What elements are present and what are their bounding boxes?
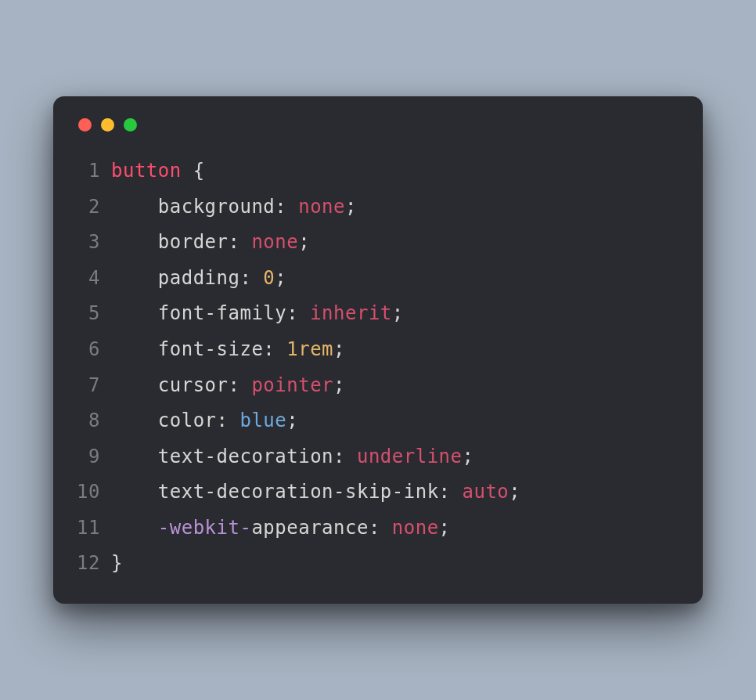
code-line: 8 color: blue; bbox=[75, 403, 681, 439]
css-property: appearance bbox=[251, 517, 369, 539]
css-value: blue bbox=[239, 410, 286, 431]
code-content: text-decoration-skip-ink: auto; bbox=[111, 474, 681, 511]
css-value: none bbox=[392, 517, 439, 539]
zoom-icon[interactable] bbox=[124, 118, 137, 132]
close-icon[interactable] bbox=[78, 118, 92, 132]
line-number: 7 bbox=[75, 368, 111, 404]
brace-close: } bbox=[111, 552, 123, 574]
css-value: inherit bbox=[310, 302, 392, 324]
css-value: none bbox=[251, 231, 298, 253]
css-value: none bbox=[298, 196, 345, 218]
css-property: font-size bbox=[158, 338, 264, 360]
code-content: -webkit-appearance: none; bbox=[111, 511, 681, 547]
code-content: text-decoration: underline; bbox=[111, 439, 681, 475]
code-content: border: none; bbox=[111, 225, 681, 261]
code-line: 6 font-size: 1rem; bbox=[75, 332, 681, 368]
code-line: 1 button { bbox=[75, 153, 681, 189]
code-content: font-size: 1rem; bbox=[111, 332, 681, 368]
line-number: 10 bbox=[75, 474, 111, 511]
code-line: 7 cursor: pointer; bbox=[75, 368, 681, 404]
code-line: 2 background: none; bbox=[75, 189, 681, 226]
css-property: font-family bbox=[158, 302, 286, 324]
code-window: 1 button { 2 background: none; 3 border:… bbox=[53, 96, 703, 604]
css-value: pointer bbox=[251, 374, 333, 396]
code-content: padding: 0; bbox=[111, 261, 681, 297]
code-line: 12 } bbox=[75, 546, 681, 582]
line-number: 1 bbox=[75, 153, 111, 189]
window-controls bbox=[75, 115, 681, 153]
code-editor[interactable]: 1 button { 2 background: none; 3 border:… bbox=[75, 153, 681, 582]
code-content: color: blue; bbox=[111, 403, 681, 439]
line-number: 2 bbox=[75, 189, 111, 226]
line-number: 5 bbox=[75, 296, 111, 332]
line-number: 11 bbox=[75, 511, 111, 547]
line-number: 9 bbox=[75, 439, 111, 475]
code-content: cursor: pointer; bbox=[111, 368, 681, 404]
css-value: underline bbox=[357, 446, 463, 467]
line-number: 4 bbox=[75, 261, 111, 297]
css-property: padding bbox=[158, 267, 240, 289]
code-line: 5 font-family: inherit; bbox=[75, 296, 681, 332]
brace-open: { bbox=[193, 160, 205, 182]
css-property: border bbox=[158, 231, 229, 253]
code-line: 11 -webkit-appearance: none; bbox=[75, 511, 681, 547]
code-content: background: none; bbox=[111, 189, 681, 226]
code-line: 10 text-decoration-skip-ink: auto; bbox=[75, 474, 681, 511]
code-content: button { bbox=[111, 153, 681, 189]
line-number: 8 bbox=[75, 403, 111, 439]
code-content: font-family: inherit; bbox=[111, 296, 681, 332]
code-content: } bbox=[111, 546, 681, 582]
css-value: auto bbox=[462, 481, 509, 503]
css-selector: button bbox=[111, 160, 182, 182]
minimize-icon[interactable] bbox=[101, 118, 114, 132]
line-number: 6 bbox=[75, 332, 111, 368]
css-vendor-prefix: -webkit- bbox=[158, 517, 252, 539]
css-property: cursor bbox=[158, 374, 229, 396]
line-number: 3 bbox=[75, 225, 111, 261]
css-property: text-decoration-skip-ink bbox=[158, 481, 439, 503]
code-line: 9 text-decoration: underline; bbox=[75, 439, 681, 475]
css-property: background bbox=[158, 196, 275, 218]
css-property: color bbox=[158, 410, 217, 431]
css-property: text-decoration bbox=[158, 446, 333, 467]
css-value: 0 bbox=[263, 267, 275, 289]
css-value: 1rem bbox=[286, 338, 333, 360]
line-number: 12 bbox=[75, 546, 111, 582]
code-line: 4 padding: 0; bbox=[75, 261, 681, 297]
code-line: 3 border: none; bbox=[75, 225, 681, 261]
